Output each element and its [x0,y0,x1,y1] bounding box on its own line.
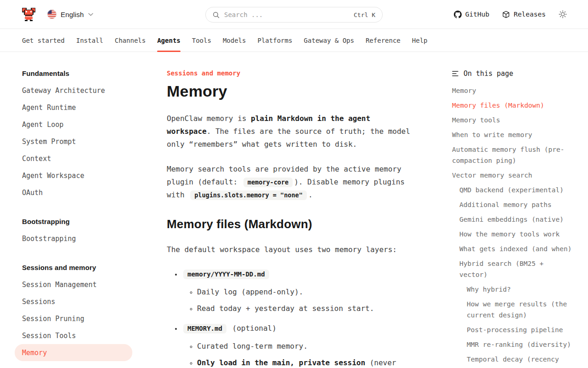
sidebar-section-title: Bootstrapping [15,214,132,230]
sidebar-item-session-pruning[interactable]: Session Pruning [15,310,132,327]
nav-tab-reference[interactable]: Reference [366,29,401,52]
github-link[interactable]: GitHub [454,11,489,18]
sub-list-item: Only load in the main, private session (… [197,356,413,368]
breadcrumb: Sessions and memory [167,69,413,77]
sidebar-section-fundamentals: FundamentalsGateway ArchitectureAgent Ru… [15,66,132,201]
releases-link[interactable]: Releases [502,11,546,18]
main-content: Sessions and memory Memory OpenClaw memo… [167,52,413,368]
text: Daily log (append-only). [197,288,303,296]
language-label: English [61,11,84,18]
sidebar-item-session-management[interactable]: Session Management [15,276,132,293]
sub-list-item: Read today + yesterday at session start. [197,302,413,315]
toc-item-vector-memory-search[interactable]: Vector memory search [452,168,573,183]
primary-nav: Get startedInstallChannelsAgentsToolsMod… [0,29,588,52]
sun-icon [559,10,567,18]
sidebar-item-agent-workspace[interactable]: Agent Workspace [15,167,132,184]
search-placeholder: Search ... [224,11,263,18]
github-label: GitHub [465,11,489,18]
inline-code: MEMORY.md [183,324,226,334]
toc-item-how-the-memory-tools-work[interactable]: How the memory tools work [452,227,573,242]
toc-item-temporal-decay-recency[interactable]: Temporal decay (recency [452,352,573,367]
toc-item-qmd-backend-experimental[interactable]: QMD backend (experimental) [452,183,573,197]
toc-item-additional-memory-paths[interactable]: Additional memory paths [452,197,573,212]
us-flag-icon [47,10,57,19]
toc-item-gemini-embeddings-native[interactable]: Gemini embeddings (native) [452,212,573,227]
bold-text: Only load in the main, private session [197,358,365,367]
search-input[interactable]: Search ... Ctrl K [205,7,383,23]
paragraph-2: Memory search tools are provided by the … [167,163,413,201]
toc-item-when-to-write-memory[interactable]: When to write memory [452,127,573,142]
intro-line: The default workspace layout uses two me… [167,243,413,256]
nav-tab-models[interactable]: Models [223,29,246,52]
list-item: memory/YYYY-MM-DD.mdDaily log (append-on… [182,267,413,315]
toc-item-memory-tools[interactable]: Memory tools [452,113,573,127]
header: English Search ... Ctrl K GitHub Release… [0,0,588,29]
sidebar-item-memory[interactable]: Memory [15,344,132,361]
inline-code: memory-core [243,178,293,187]
list-item: MEMORY.md (optional)Curated long-term me… [182,322,413,368]
sidebar-item-sessions[interactable]: Sessions [15,293,132,310]
sidebar-item-agent-loop[interactable]: Agent Loop [15,116,132,133]
sidebar-section-sessions-and-memory: Sessions and memorySession ManagementSes… [15,260,132,361]
toc-item-memory[interactable]: Memory [452,83,573,98]
text: (optional) [228,324,277,333]
github-icon [454,11,462,18]
sidebar-item-system-prompt[interactable]: System Prompt [15,133,132,150]
sidebar-item-session-tools[interactable]: Session Tools [15,327,132,344]
toc-item-memory-files-markdown[interactable]: Memory files (Markdown) [452,98,573,113]
toc-item-what-gets-indexed-and-when[interactable]: What gets indexed (and when) [452,242,573,256]
search-icon [213,12,220,18]
toc-item-hybrid-search-bm25-vector[interactable]: Hybrid search (BM25 + vector) [452,256,573,282]
sidebar-section-title: Fundamentals [15,66,132,82]
text: Curated long-term memory. [197,342,308,351]
inline-code: memory/YYYY-MM-DD.md [183,270,269,279]
nav-tab-channels[interactable]: Channels [115,29,146,52]
nav-tab-install[interactable]: Install [76,29,103,52]
nav-tab-gateway-ops[interactable]: Gateway & Ops [304,29,354,52]
sidebar-section-title: Sessions and memory [15,260,132,276]
toc-item-why-hybrid[interactable]: Why hybrid? [452,282,573,297]
nav-tab-tools[interactable]: Tools [192,29,211,52]
toc-item-mmr-re-ranking-diversity[interactable]: MMR re-ranking (diversity) [452,337,573,352]
text: . [308,190,313,199]
toc-item-how-we-merge-results-the-current-design[interactable]: How we merge results (the current design… [452,297,573,322]
on-this-page: On this page MemoryMemory files (Markdow… [452,52,573,367]
toc-icon [452,71,459,76]
package-icon [502,11,510,18]
sidebar-item-bootstrapping[interactable]: Bootstrapping [15,230,132,247]
nav-tab-agents[interactable]: Agents [157,29,181,52]
nav-tab-platforms[interactable]: Platforms [257,29,292,52]
lobster-logo-icon[interactable] [21,7,36,22]
sidebar: FundamentalsGateway ArchitectureAgent Ru… [15,52,132,368]
chevron-down-icon [88,13,93,16]
toc-title: On this page [464,69,513,78]
sidebar-item-agent-runtime[interactable]: Agent Runtime [15,99,132,116]
nav-tab-help[interactable]: Help [412,29,428,52]
toc-item-automatic-memory-flush-pre-compaction-ping[interactable]: Automatic memory flush (pre-compaction p… [452,142,573,168]
releases-label: Releases [514,11,546,18]
toc-list: MemoryMemory files (Markdown)Memory tool… [452,83,573,367]
sidebar-item-context[interactable]: Context [15,150,132,167]
inline-code: plugins.slots.memory = "none" [190,190,307,200]
paragraph-1: OpenClaw memory is plain Markdown in the… [167,112,413,151]
search-shortcut: Ctrl K [354,12,375,18]
text: OpenClaw memory is [167,114,251,123]
sidebar-item-oauth[interactable]: OAuth [15,184,132,201]
sidebar-section-bootstrapping: BootstrappingBootstrapping [15,214,132,247]
memory-layers-list: memory/YYYY-MM-DD.mdDaily log (append-on… [167,267,413,368]
nav-tab-get-started[interactable]: Get started [22,29,65,52]
sub-list-item: Daily log (append-only). [197,286,413,299]
language-selector[interactable]: English [47,10,93,19]
text: (never [365,358,396,367]
sidebar-item-gateway-architecture[interactable]: Gateway Architecture [15,82,132,99]
toc-item-post-processing-pipeline[interactable]: Post-processing pipeline [452,322,573,337]
sub-list-item: Curated long-term memory. [197,340,413,353]
theme-toggle-button[interactable] [559,10,567,18]
text: Read today + yesterday at session start. [197,304,374,313]
section-heading: Memory files (Markdown) [167,217,413,231]
page-title: Memory [167,82,413,100]
